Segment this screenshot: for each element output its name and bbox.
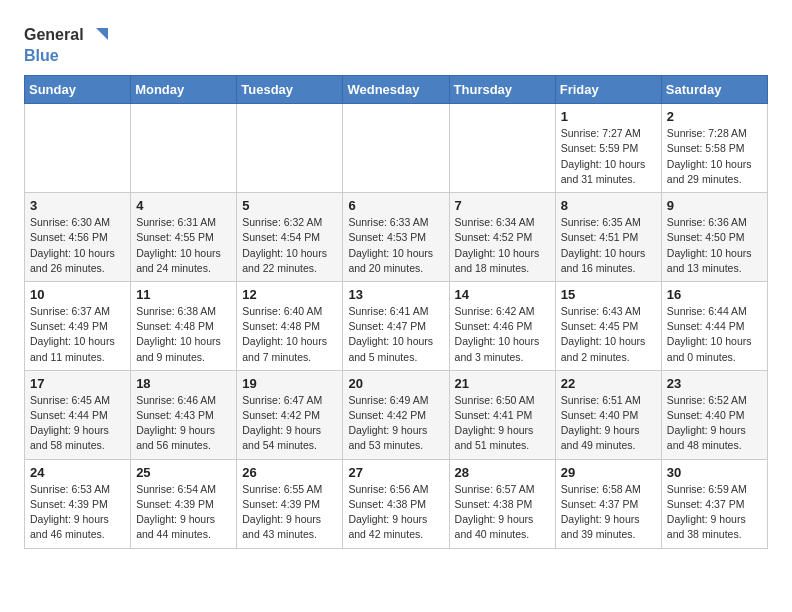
day-number: 23	[667, 376, 762, 391]
day-cell: 20Sunrise: 6:49 AM Sunset: 4:42 PM Dayli…	[343, 370, 449, 459]
day-cell: 19Sunrise: 6:47 AM Sunset: 4:42 PM Dayli…	[237, 370, 343, 459]
day-info: Sunrise: 6:37 AM Sunset: 4:49 PM Dayligh…	[30, 304, 125, 365]
day-info: Sunrise: 7:27 AM Sunset: 5:59 PM Dayligh…	[561, 126, 656, 187]
day-cell: 6Sunrise: 6:33 AM Sunset: 4:53 PM Daylig…	[343, 193, 449, 282]
day-info: Sunrise: 6:34 AM Sunset: 4:52 PM Dayligh…	[455, 215, 550, 276]
day-info: Sunrise: 6:51 AM Sunset: 4:40 PM Dayligh…	[561, 393, 656, 454]
logo: General Blue	[24, 24, 108, 65]
day-info: Sunrise: 6:49 AM Sunset: 4:42 PM Dayligh…	[348, 393, 443, 454]
week-row-2: 3Sunrise: 6:30 AM Sunset: 4:56 PM Daylig…	[25, 193, 768, 282]
day-number: 14	[455, 287, 550, 302]
day-header-thursday: Thursday	[449, 76, 555, 104]
svg-marker-0	[96, 28, 108, 40]
day-cell: 21Sunrise: 6:50 AM Sunset: 4:41 PM Dayli…	[449, 370, 555, 459]
day-header-tuesday: Tuesday	[237, 76, 343, 104]
day-number: 7	[455, 198, 550, 213]
day-header-saturday: Saturday	[661, 76, 767, 104]
day-info: Sunrise: 6:40 AM Sunset: 4:48 PM Dayligh…	[242, 304, 337, 365]
day-cell: 16Sunrise: 6:44 AM Sunset: 4:44 PM Dayli…	[661, 281, 767, 370]
day-info: Sunrise: 6:32 AM Sunset: 4:54 PM Dayligh…	[242, 215, 337, 276]
day-cell: 29Sunrise: 6:58 AM Sunset: 4:37 PM Dayli…	[555, 459, 661, 548]
day-cell: 26Sunrise: 6:55 AM Sunset: 4:39 PM Dayli…	[237, 459, 343, 548]
day-cell	[343, 104, 449, 193]
day-header-sunday: Sunday	[25, 76, 131, 104]
day-header-monday: Monday	[131, 76, 237, 104]
day-cell	[449, 104, 555, 193]
day-info: Sunrise: 6:53 AM Sunset: 4:39 PM Dayligh…	[30, 482, 125, 543]
week-row-4: 17Sunrise: 6:45 AM Sunset: 4:44 PM Dayli…	[25, 370, 768, 459]
day-number: 26	[242, 465, 337, 480]
day-number: 4	[136, 198, 231, 213]
calendar-table: SundayMondayTuesdayWednesdayThursdayFrid…	[24, 75, 768, 548]
day-number: 3	[30, 198, 125, 213]
day-number: 19	[242, 376, 337, 391]
day-number: 27	[348, 465, 443, 480]
day-number: 12	[242, 287, 337, 302]
day-number: 9	[667, 198, 762, 213]
day-number: 15	[561, 287, 656, 302]
day-info: Sunrise: 6:44 AM Sunset: 4:44 PM Dayligh…	[667, 304, 762, 365]
day-number: 29	[561, 465, 656, 480]
day-number: 18	[136, 376, 231, 391]
day-cell: 24Sunrise: 6:53 AM Sunset: 4:39 PM Dayli…	[25, 459, 131, 548]
day-cell: 7Sunrise: 6:34 AM Sunset: 4:52 PM Daylig…	[449, 193, 555, 282]
day-cell	[25, 104, 131, 193]
day-info: Sunrise: 6:46 AM Sunset: 4:43 PM Dayligh…	[136, 393, 231, 454]
day-cell: 13Sunrise: 6:41 AM Sunset: 4:47 PM Dayli…	[343, 281, 449, 370]
day-info: Sunrise: 6:52 AM Sunset: 4:40 PM Dayligh…	[667, 393, 762, 454]
day-info: Sunrise: 6:58 AM Sunset: 4:37 PM Dayligh…	[561, 482, 656, 543]
day-cell: 4Sunrise: 6:31 AM Sunset: 4:55 PM Daylig…	[131, 193, 237, 282]
day-info: Sunrise: 6:56 AM Sunset: 4:38 PM Dayligh…	[348, 482, 443, 543]
day-info: Sunrise: 6:41 AM Sunset: 4:47 PM Dayligh…	[348, 304, 443, 365]
logo-blue: Blue	[24, 46, 59, 65]
day-number: 1	[561, 109, 656, 124]
day-number: 8	[561, 198, 656, 213]
day-number: 6	[348, 198, 443, 213]
day-info: Sunrise: 6:30 AM Sunset: 4:56 PM Dayligh…	[30, 215, 125, 276]
day-number: 20	[348, 376, 443, 391]
day-cell: 11Sunrise: 6:38 AM Sunset: 4:48 PM Dayli…	[131, 281, 237, 370]
day-cell: 22Sunrise: 6:51 AM Sunset: 4:40 PM Dayli…	[555, 370, 661, 459]
day-info: Sunrise: 6:38 AM Sunset: 4:48 PM Dayligh…	[136, 304, 231, 365]
day-number: 25	[136, 465, 231, 480]
week-row-5: 24Sunrise: 6:53 AM Sunset: 4:39 PM Dayli…	[25, 459, 768, 548]
day-info: Sunrise: 6:36 AM Sunset: 4:50 PM Dayligh…	[667, 215, 762, 276]
day-number: 30	[667, 465, 762, 480]
day-info: Sunrise: 6:47 AM Sunset: 4:42 PM Dayligh…	[242, 393, 337, 454]
header-row: SundayMondayTuesdayWednesdayThursdayFrid…	[25, 76, 768, 104]
day-cell: 12Sunrise: 6:40 AM Sunset: 4:48 PM Dayli…	[237, 281, 343, 370]
day-cell: 14Sunrise: 6:42 AM Sunset: 4:46 PM Dayli…	[449, 281, 555, 370]
day-info: Sunrise: 6:55 AM Sunset: 4:39 PM Dayligh…	[242, 482, 337, 543]
day-cell: 10Sunrise: 6:37 AM Sunset: 4:49 PM Dayli…	[25, 281, 131, 370]
day-cell	[237, 104, 343, 193]
day-info: Sunrise: 6:50 AM Sunset: 4:41 PM Dayligh…	[455, 393, 550, 454]
day-number: 2	[667, 109, 762, 124]
day-number: 28	[455, 465, 550, 480]
day-info: Sunrise: 6:35 AM Sunset: 4:51 PM Dayligh…	[561, 215, 656, 276]
day-cell: 3Sunrise: 6:30 AM Sunset: 4:56 PM Daylig…	[25, 193, 131, 282]
day-cell: 15Sunrise: 6:43 AM Sunset: 4:45 PM Dayli…	[555, 281, 661, 370]
day-info: Sunrise: 6:31 AM Sunset: 4:55 PM Dayligh…	[136, 215, 231, 276]
day-header-wednesday: Wednesday	[343, 76, 449, 104]
day-number: 16	[667, 287, 762, 302]
day-number: 10	[30, 287, 125, 302]
day-cell: 17Sunrise: 6:45 AM Sunset: 4:44 PM Dayli…	[25, 370, 131, 459]
week-row-3: 10Sunrise: 6:37 AM Sunset: 4:49 PM Dayli…	[25, 281, 768, 370]
day-info: Sunrise: 6:54 AM Sunset: 4:39 PM Dayligh…	[136, 482, 231, 543]
day-cell: 18Sunrise: 6:46 AM Sunset: 4:43 PM Dayli…	[131, 370, 237, 459]
week-row-1: 1Sunrise: 7:27 AM Sunset: 5:59 PM Daylig…	[25, 104, 768, 193]
day-cell: 27Sunrise: 6:56 AM Sunset: 4:38 PM Dayli…	[343, 459, 449, 548]
day-number: 5	[242, 198, 337, 213]
day-cell: 23Sunrise: 6:52 AM Sunset: 4:40 PM Dayli…	[661, 370, 767, 459]
day-number: 24	[30, 465, 125, 480]
day-cell: 8Sunrise: 6:35 AM Sunset: 4:51 PM Daylig…	[555, 193, 661, 282]
day-cell: 9Sunrise: 6:36 AM Sunset: 4:50 PM Daylig…	[661, 193, 767, 282]
day-cell: 28Sunrise: 6:57 AM Sunset: 4:38 PM Dayli…	[449, 459, 555, 548]
day-cell: 5Sunrise: 6:32 AM Sunset: 4:54 PM Daylig…	[237, 193, 343, 282]
day-info: Sunrise: 6:43 AM Sunset: 4:45 PM Dayligh…	[561, 304, 656, 365]
day-cell: 2Sunrise: 7:28 AM Sunset: 5:58 PM Daylig…	[661, 104, 767, 193]
day-number: 22	[561, 376, 656, 391]
day-info: Sunrise: 6:33 AM Sunset: 4:53 PM Dayligh…	[348, 215, 443, 276]
page-header: General Blue	[24, 20, 768, 65]
logo-general: General	[24, 25, 84, 44]
